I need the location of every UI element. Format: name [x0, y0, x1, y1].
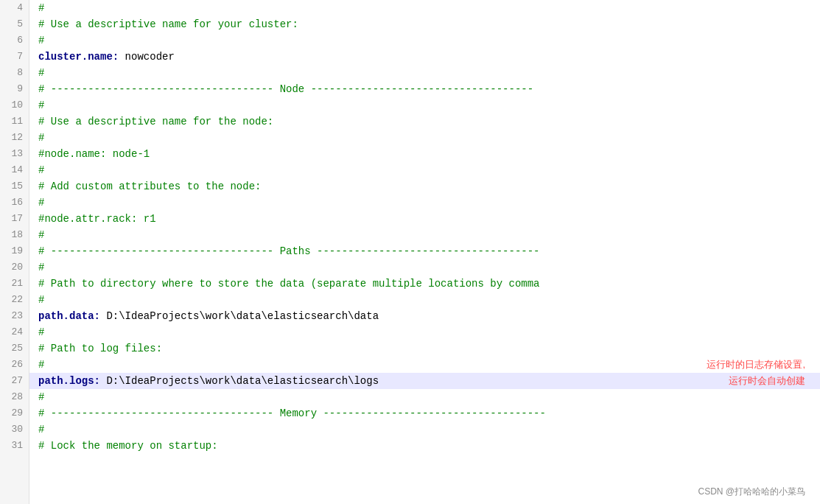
cluster-name-key: cluster.name: — [38, 49, 119, 65]
ln-28: 28 — [0, 389, 29, 405]
ln-20: 20 — [0, 259, 29, 276]
ln-26: 26 — [0, 357, 29, 373]
code-line-22: # — [29, 292, 820, 308]
ln-17: 17 — [0, 211, 29, 227]
code-line-27: path.logs: D:\IdeaProjects\work\data\ela… — [29, 373, 820, 389]
code-line-19: # ------------------------------------ P… — [29, 243, 820, 259]
code-line-7: cluster.name: nowcoder — [29, 49, 820, 65]
ln-25: 25 — [0, 340, 29, 357]
comment-text: # — [38, 97, 44, 113]
annotation-line1: 运行时的日志存储设置, — [707, 357, 805, 373]
comment-text: # — [38, 130, 44, 146]
ln-29: 29 — [0, 405, 29, 421]
code-line-15: # Add custom attributes to the node: — [29, 178, 820, 195]
comment-text: # — [38, 195, 44, 211]
comment-text: # — [38, 227, 44, 243]
comment-text: # — [38, 389, 44, 405]
comment-text: # Add custom attributes to the node: — [38, 178, 261, 195]
code-line-23: path.data: D:\IdeaProjects\work\data\ela… — [29, 308, 820, 324]
ln-4: 4 — [0, 0, 29, 16]
ln-18: 18 — [0, 227, 29, 243]
ln-13: 13 — [0, 146, 29, 162]
ln-23: 23 — [0, 308, 29, 324]
code-line-4: # — [29, 0, 820, 16]
comment-text: # Path to directory where to store the d… — [38, 276, 540, 292]
code-line-12: # — [29, 130, 820, 146]
comment-text: # Path to log files: — [38, 340, 162, 357]
ln-22: 22 — [0, 292, 29, 308]
code-line-5: # Use a descriptive name for your cluste… — [29, 16, 820, 32]
path-data-key: path.data: — [38, 308, 100, 324]
code-line-11: # Use a descriptive name for the node: — [29, 113, 820, 130]
code-line-14: # — [29, 162, 820, 178]
code-lines: # # Use a descriptive name for your clus… — [29, 0, 820, 504]
comment-text: # Use a descriptive name for the node: — [38, 113, 273, 130]
ln-30: 30 — [0, 421, 29, 438]
code-line-26: # — [29, 357, 820, 373]
cluster-name-value: nowcoder — [119, 49, 175, 65]
path-data-value: D:\IdeaProjects\work\data\elasticsearch\… — [100, 308, 379, 324]
code-line-17: #node.attr.rack: r1 — [29, 211, 820, 227]
ln-21: 21 — [0, 276, 29, 292]
comment-text: # — [38, 259, 44, 276]
ln-7: 7 — [0, 49, 29, 65]
code-line-8: # — [29, 65, 820, 81]
code-line-21: # Path to directory where to store the d… — [29, 276, 820, 292]
annotation-line2: 运行时会自动创建 — [729, 373, 805, 389]
ln-9: 9 — [0, 81, 29, 97]
ln-16: 16 — [0, 195, 29, 211]
comment-text: # Use a descriptive name for your cluste… — [38, 16, 298, 32]
code-line-25: # Path to log files: — [29, 340, 820, 357]
ln-27: 27 — [0, 373, 29, 389]
code-line-29: # ------------------------------------ M… — [29, 405, 820, 421]
csdn-watermark: CSDN @打哈哈哈的小菜鸟 — [698, 486, 805, 498]
comment-text: # Lock the memory on startup: — [38, 438, 218, 454]
code-line-10: # — [29, 97, 820, 113]
code-line-31: # Lock the memory on startup: — [29, 438, 820, 454]
comment-text: # — [38, 292, 44, 308]
comment-text: # — [38, 0, 44, 16]
ln-11: 11 — [0, 113, 29, 130]
code-line-6: # — [29, 32, 820, 49]
comment-text: # — [38, 32, 44, 49]
code-line-20: # — [29, 259, 820, 276]
comment-text: # — [38, 421, 44, 438]
comment-text: # — [38, 65, 44, 81]
path-logs-value: D:\IdeaProjects\work\data\elasticsearch\… — [100, 373, 379, 389]
separator-memory: # ------------------------------------ M… — [38, 405, 546, 421]
ln-31: 31 — [0, 438, 29, 454]
ln-5: 5 — [0, 16, 29, 32]
code-line-30: # — [29, 421, 820, 438]
separator-node: # ------------------------------------ N… — [38, 81, 533, 97]
code-line-9: # ------------------------------------ N… — [29, 81, 820, 97]
code-editor: 4 5 6 7 8 9 10 11 12 13 14 15 16 17 18 1… — [0, 0, 820, 504]
comment-text: # — [38, 324, 44, 340]
comment-text: #node.name: node-1 — [38, 146, 150, 162]
comment-text: # — [38, 357, 44, 373]
ln-19: 19 — [0, 243, 29, 259]
comment-text: #node.attr.rack: r1 — [38, 211, 156, 227]
code-line-18: # — [29, 227, 820, 243]
ln-24: 24 — [0, 324, 29, 340]
code-line-28: # — [29, 389, 820, 405]
comment-text: # — [38, 162, 44, 178]
ln-8: 8 — [0, 65, 29, 81]
ln-15: 15 — [0, 178, 29, 195]
ln-14: 14 — [0, 162, 29, 178]
code-line-24: # — [29, 324, 820, 340]
path-logs-key: path.logs: — [38, 373, 100, 389]
separator-paths: # ------------------------------------ P… — [38, 243, 540, 259]
ln-12: 12 — [0, 130, 29, 146]
code-line-13: #node.name: node-1 — [29, 146, 820, 162]
ln-6: 6 — [0, 32, 29, 49]
ln-10: 10 — [0, 97, 29, 113]
code-line-16: # — [29, 195, 820, 211]
line-numbers: 4 5 6 7 8 9 10 11 12 13 14 15 16 17 18 1… — [0, 0, 29, 504]
